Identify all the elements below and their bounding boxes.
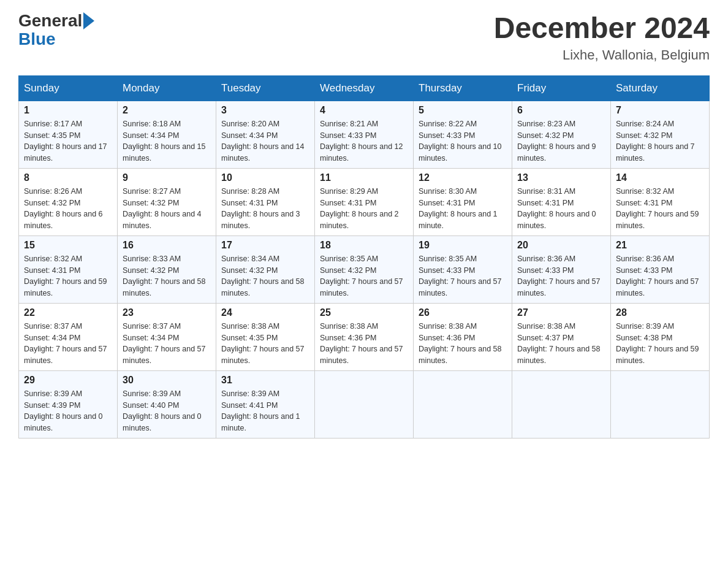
day-number: 27	[517, 307, 605, 318]
calendar-cell	[414, 370, 512, 438]
calendar-cell: 19 Sunrise: 8:35 AMSunset: 4:33 PMDaylig…	[414, 236, 512, 303]
day-info: Sunrise: 8:38 AMSunset: 4:36 PMDaylight:…	[320, 321, 408, 367]
day-info: Sunrise: 8:32 AMSunset: 4:31 PMDaylight:…	[24, 253, 112, 299]
day-info: Sunrise: 8:36 AMSunset: 4:33 PMDaylight:…	[517, 253, 605, 299]
calendar-cell: 24 Sunrise: 8:38 AMSunset: 4:35 PMDaylig…	[216, 303, 315, 370]
day-info: Sunrise: 8:39 AMSunset: 4:40 PMDaylight:…	[123, 388, 211, 434]
calendar-cell	[611, 370, 710, 438]
day-number: 16	[123, 240, 211, 251]
calendar-week-row: 8 Sunrise: 8:26 AMSunset: 4:32 PMDayligh…	[19, 168, 710, 236]
calendar-cell: 8 Sunrise: 8:26 AMSunset: 4:32 PMDayligh…	[19, 168, 118, 236]
day-info: Sunrise: 8:38 AMSunset: 4:36 PMDaylight:…	[419, 321, 507, 367]
logo-arrow-icon	[83, 12, 94, 29]
day-info: Sunrise: 8:18 AMSunset: 4:34 PMDaylight:…	[123, 118, 211, 164]
day-info: Sunrise: 8:20 AMSunset: 4:34 PMDaylight:…	[221, 118, 309, 164]
day-number: 23	[123, 307, 211, 318]
day-number: 20	[517, 240, 605, 251]
calendar-cell: 4 Sunrise: 8:21 AMSunset: 4:33 PMDayligh…	[315, 101, 414, 168]
day-info: Sunrise: 8:34 AMSunset: 4:32 PMDaylight:…	[221, 253, 309, 299]
day-info: Sunrise: 8:32 AMSunset: 4:31 PMDaylight:…	[616, 186, 704, 232]
calendar-week-row: 15 Sunrise: 8:32 AMSunset: 4:31 PMDaylig…	[19, 236, 710, 303]
calendar-cell: 26 Sunrise: 8:38 AMSunset: 4:36 PMDaylig…	[414, 303, 512, 370]
day-info: Sunrise: 8:37 AMSunset: 4:34 PMDaylight:…	[123, 321, 211, 367]
day-info: Sunrise: 8:38 AMSunset: 4:37 PMDaylight:…	[517, 321, 605, 367]
header-saturday: Saturday	[611, 75, 710, 101]
day-number: 6	[517, 105, 605, 116]
day-info: Sunrise: 8:39 AMSunset: 4:39 PMDaylight:…	[24, 388, 112, 434]
day-info: Sunrise: 8:35 AMSunset: 4:33 PMDaylight:…	[419, 253, 507, 299]
day-number: 8	[24, 172, 112, 183]
logo-general-text: General	[18, 12, 82, 29]
day-number: 7	[616, 105, 704, 116]
calendar-cell: 29 Sunrise: 8:39 AMSunset: 4:39 PMDaylig…	[19, 370, 118, 438]
calendar-header-row: SundayMondayTuesdayWednesdayThursdayFrid…	[19, 75, 710, 101]
calendar-cell: 6 Sunrise: 8:23 AMSunset: 4:32 PMDayligh…	[512, 101, 611, 168]
header: General Blue December 2024 Lixhe, Wallon…	[18, 12, 710, 63]
day-number: 3	[221, 105, 309, 116]
calendar-cell: 11 Sunrise: 8:29 AMSunset: 4:31 PMDaylig…	[315, 168, 414, 236]
calendar-cell: 10 Sunrise: 8:28 AMSunset: 4:31 PMDaylig…	[216, 168, 315, 236]
calendar-cell: 14 Sunrise: 8:32 AMSunset: 4:31 PMDaylig…	[611, 168, 710, 236]
day-info: Sunrise: 8:27 AMSunset: 4:32 PMDaylight:…	[123, 186, 211, 232]
day-number: 19	[419, 240, 507, 251]
calendar-table: SundayMondayTuesdayWednesdayThursdayFrid…	[18, 75, 710, 439]
header-sunday: Sunday	[19, 75, 118, 101]
day-number: 25	[320, 307, 408, 318]
day-info: Sunrise: 8:33 AMSunset: 4:32 PMDaylight:…	[123, 253, 211, 299]
calendar-cell: 15 Sunrise: 8:32 AMSunset: 4:31 PMDaylig…	[19, 236, 118, 303]
calendar-cell: 18 Sunrise: 8:35 AMSunset: 4:32 PMDaylig…	[315, 236, 414, 303]
calendar-cell: 27 Sunrise: 8:38 AMSunset: 4:37 PMDaylig…	[512, 303, 611, 370]
calendar-cell: 7 Sunrise: 8:24 AMSunset: 4:32 PMDayligh…	[611, 101, 710, 168]
calendar-cell: 3 Sunrise: 8:20 AMSunset: 4:34 PMDayligh…	[216, 101, 315, 168]
day-number: 18	[320, 240, 408, 251]
day-number: 9	[123, 172, 211, 183]
day-number: 10	[221, 172, 309, 183]
header-tuesday: Tuesday	[216, 75, 315, 101]
calendar-cell: 20 Sunrise: 8:36 AMSunset: 4:33 PMDaylig…	[512, 236, 611, 303]
calendar-cell: 22 Sunrise: 8:37 AMSunset: 4:34 PMDaylig…	[19, 303, 118, 370]
calendar-subtitle: Lixhe, Wallonia, Belgium	[494, 47, 710, 63]
day-info: Sunrise: 8:37 AMSunset: 4:34 PMDaylight:…	[24, 321, 112, 367]
day-number: 22	[24, 307, 112, 318]
day-info: Sunrise: 8:24 AMSunset: 4:32 PMDaylight:…	[616, 118, 704, 164]
calendar-cell	[315, 370, 414, 438]
day-number: 28	[616, 307, 704, 318]
day-number: 17	[221, 240, 309, 251]
calendar-cell: 12 Sunrise: 8:30 AMSunset: 4:31 PMDaylig…	[414, 168, 512, 236]
day-number: 30	[123, 375, 211, 386]
day-info: Sunrise: 8:22 AMSunset: 4:33 PMDaylight:…	[419, 118, 507, 164]
calendar-cell: 1 Sunrise: 8:17 AMSunset: 4:35 PMDayligh…	[19, 101, 118, 168]
header-wednesday: Wednesday	[315, 75, 414, 101]
calendar-title: December 2024	[494, 12, 710, 45]
day-number: 1	[24, 105, 112, 116]
day-number: 5	[419, 105, 507, 116]
logo: General Blue	[18, 12, 96, 49]
logo-blue-text: Blue	[18, 29, 56, 48]
day-number: 11	[320, 172, 408, 183]
calendar-cell: 13 Sunrise: 8:31 AMSunset: 4:31 PMDaylig…	[512, 168, 611, 236]
calendar-cell: 16 Sunrise: 8:33 AMSunset: 4:32 PMDaylig…	[118, 236, 216, 303]
day-info: Sunrise: 8:39 AMSunset: 4:38 PMDaylight:…	[616, 321, 704, 367]
day-info: Sunrise: 8:29 AMSunset: 4:31 PMDaylight:…	[320, 186, 408, 232]
calendar-cell: 21 Sunrise: 8:36 AMSunset: 4:33 PMDaylig…	[611, 236, 710, 303]
day-info: Sunrise: 8:35 AMSunset: 4:32 PMDaylight:…	[320, 253, 408, 299]
day-number: 21	[616, 240, 704, 251]
day-number: 15	[24, 240, 112, 251]
header-monday: Monday	[118, 75, 216, 101]
day-number: 12	[419, 172, 507, 183]
header-thursday: Thursday	[414, 75, 512, 101]
day-info: Sunrise: 8:21 AMSunset: 4:33 PMDaylight:…	[320, 118, 408, 164]
header-friday: Friday	[512, 75, 611, 101]
calendar-week-row: 22 Sunrise: 8:37 AMSunset: 4:34 PMDaylig…	[19, 303, 710, 370]
day-number: 26	[419, 307, 507, 318]
calendar-cell: 25 Sunrise: 8:38 AMSunset: 4:36 PMDaylig…	[315, 303, 414, 370]
calendar-cell: 30 Sunrise: 8:39 AMSunset: 4:40 PMDaylig…	[118, 370, 216, 438]
day-info: Sunrise: 8:28 AMSunset: 4:31 PMDaylight:…	[221, 186, 309, 232]
day-info: Sunrise: 8:38 AMSunset: 4:35 PMDaylight:…	[221, 321, 309, 367]
calendar-cell: 28 Sunrise: 8:39 AMSunset: 4:38 PMDaylig…	[611, 303, 710, 370]
day-info: Sunrise: 8:17 AMSunset: 4:35 PMDaylight:…	[24, 118, 112, 164]
calendar-cell	[512, 370, 611, 438]
calendar-cell: 2 Sunrise: 8:18 AMSunset: 4:34 PMDayligh…	[118, 101, 216, 168]
day-number: 14	[616, 172, 704, 183]
calendar-cell: 9 Sunrise: 8:27 AMSunset: 4:32 PMDayligh…	[118, 168, 216, 236]
